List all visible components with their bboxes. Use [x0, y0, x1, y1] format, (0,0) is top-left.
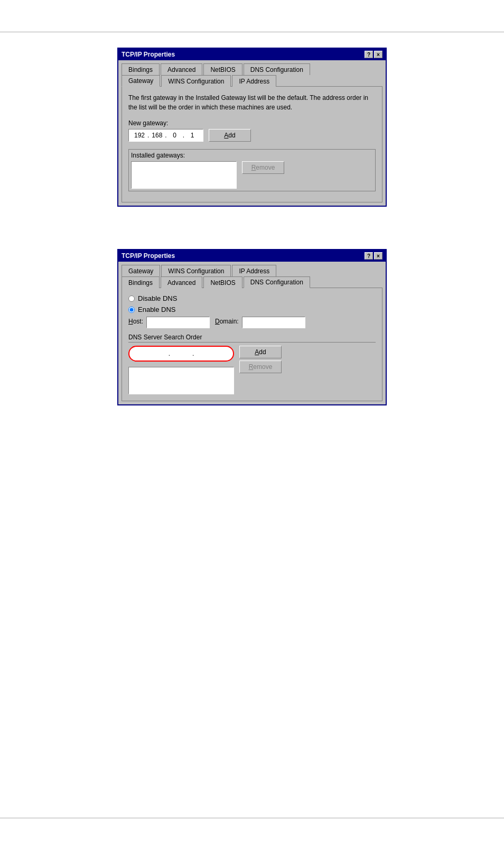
- tab-dns-config-1[interactable]: DNS Configuration: [244, 63, 310, 75]
- ip-seg-4[interactable]: [185, 132, 200, 139]
- dialog-2-content: Gateway WINS Configuration IP Address Bi…: [118, 262, 386, 404]
- disable-dns-label: Disable DNS: [138, 294, 177, 302]
- dns-search-label: DNS Server Search Order: [128, 334, 376, 343]
- dialog-1-title: TCP/IP Properties: [122, 51, 175, 58]
- close-button-1[interactable]: ×: [374, 51, 382, 58]
- tabs-row-1: Bindings Advanced NetBIOS DNS Configurat…: [122, 63, 382, 75]
- tab-advanced-2[interactable]: Advanced: [161, 276, 202, 288]
- domain-input[interactable]: [242, 317, 305, 328]
- ip-seg-2[interactable]: [150, 132, 164, 139]
- dialog-1: TCP/IP Properties ? × Bindings Advanced …: [117, 48, 387, 207]
- dns-dot-2: .: [192, 350, 194, 357]
- new-gateway-label: New gateway:: [128, 119, 376, 127]
- disable-dns-radio[interactable]: [128, 295, 135, 302]
- add-gateway-button[interactable]: Add: [209, 129, 251, 142]
- dialog-2: TCP/IP Properties ? × Gateway WINS Confi…: [117, 249, 387, 405]
- dns-btn-col: Add Remove: [239, 346, 282, 373]
- ip-seg-3[interactable]: [167, 132, 182, 139]
- dialog-2-titlebar: TCP/IP Properties ? ×: [118, 250, 386, 262]
- tabs-row-2: Gateway WINS Configuration IP Address: [122, 75, 382, 87]
- installed-gateways-label: Installed gateways:: [131, 152, 373, 159]
- tabs-row-2-2: Bindings Advanced NetBIOS DNS Configurat…: [122, 276, 382, 288]
- enable-dns-radio[interactable]: [128, 307, 135, 313]
- add-dns-button[interactable]: Add: [239, 346, 282, 358]
- page: TCP/IP Properties ? × Bindings Advanced …: [0, 0, 504, 850]
- domain-label: Domain:: [215, 318, 239, 325]
- gateway-description: The first gateway in the Installed Gatew…: [128, 93, 376, 112]
- dns-seg-3[interactable]: [198, 350, 212, 357]
- close-button-2[interactable]: ×: [374, 252, 382, 260]
- host-domain-row: HHost:ost: Domain:: [128, 317, 376, 328]
- tab-ip-address-1[interactable]: IP Address: [232, 75, 276, 87]
- tab-advanced-1[interactable]: Advanced: [161, 63, 202, 75]
- dns-ip-oval[interactable]: . .: [128, 346, 234, 362]
- dns-seg-2[interactable]: [174, 350, 189, 357]
- tab-panel-gateway: The first gateway in the Installed Gatew…: [122, 86, 382, 202]
- tab-gateway-1[interactable]: Gateway: [122, 75, 160, 87]
- dns-server-listbox[interactable]: [128, 367, 234, 394]
- tab-dns-config-2[interactable]: DNS Configuration: [244, 276, 310, 288]
- dns-dot-1: .: [168, 350, 171, 357]
- tab-wins-2[interactable]: WINS Configuration: [161, 265, 231, 276]
- installed-gateways-listbox[interactable]: [131, 161, 237, 189]
- tab-bindings-2[interactable]: Bindings: [122, 276, 160, 288]
- dialog-1-content: Bindings Advanced NetBIOS DNS Configurat…: [118, 60, 386, 206]
- tab-netbios-2[interactable]: NetBIOS: [203, 276, 242, 288]
- domain-field: Domain:: [215, 317, 305, 328]
- host-input[interactable]: [146, 317, 210, 328]
- remove-gateway-button[interactable]: Remove: [242, 161, 284, 174]
- enable-dns-row: Enable DNS: [128, 306, 376, 313]
- titlebar-buttons-2: ? ×: [365, 252, 382, 260]
- top-divider: [0, 32, 504, 32]
- tab-bindings-1[interactable]: Bindings: [122, 63, 160, 75]
- tab-ip-address-2[interactable]: IP Address: [232, 265, 276, 276]
- help-button-2[interactable]: ?: [365, 252, 373, 260]
- remove-dns-button[interactable]: Remove: [239, 361, 282, 373]
- tabs-row-2-1: Gateway WINS Configuration IP Address: [122, 265, 382, 276]
- dialog-1-titlebar: TCP/IP Properties ? ×: [118, 49, 386, 60]
- host-field: HHost:ost:: [128, 317, 210, 328]
- tab-netbios-1[interactable]: NetBIOS: [203, 63, 242, 75]
- dns-section-row: . . Add Remove: [128, 346, 376, 394]
- help-button-1[interactable]: ?: [365, 51, 373, 58]
- tab-wins-1[interactable]: WINS Configuration: [161, 75, 231, 87]
- dns-seg-1[interactable]: [150, 350, 165, 357]
- new-gateway-input-row: . . . Add: [128, 129, 376, 142]
- enable-dns-label: Enable DNS: [138, 306, 176, 313]
- tab-panel-dns: Disable DNS Enable DNS HHost:ost:: [122, 288, 382, 401]
- ip-field-group: . . .: [128, 129, 203, 142]
- ip-seg-1[interactable]: [132, 132, 147, 139]
- titlebar-buttons-1: ? ×: [365, 51, 382, 58]
- tab-gateway-2[interactable]: Gateway: [122, 265, 160, 276]
- dns-list-col: . .: [128, 346, 234, 394]
- installed-gateways-box: Installed gateways: Remove: [128, 149, 376, 191]
- host-label: HHost:ost:: [128, 318, 143, 325]
- dialog-2-title: TCP/IP Properties: [122, 252, 175, 260]
- installed-row: Remove: [131, 161, 373, 189]
- disable-dns-row: Disable DNS: [128, 294, 376, 302]
- bottom-divider: [0, 818, 504, 818]
